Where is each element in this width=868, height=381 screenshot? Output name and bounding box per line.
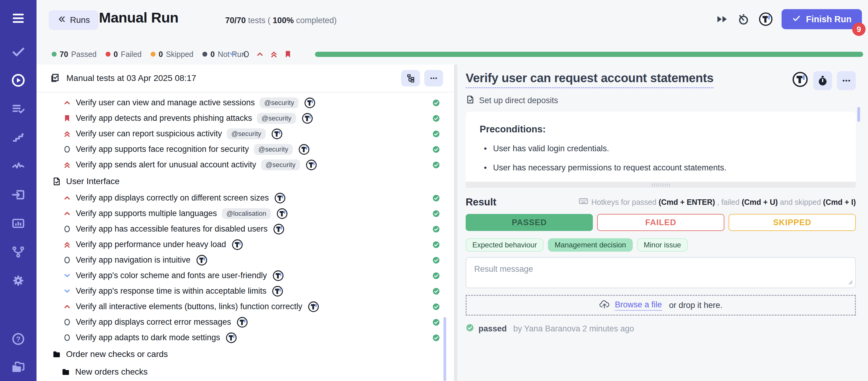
test-row[interactable]: Verify app navigation is intuitive xyxy=(36,252,454,268)
result-tag-minor-issue[interactable]: Minor issue xyxy=(637,238,688,252)
test-row[interactable]: Verify all interactive elements (buttons… xyxy=(36,299,454,314)
test-title[interactable]: Verify user can request account statemen… xyxy=(466,71,713,88)
verdict-failed-button[interactable]: FAILED xyxy=(597,214,724,231)
test-row-title: Verify app displays correctly on differe… xyxy=(76,193,269,203)
automation-logo-icon xyxy=(272,270,284,282)
timer-button[interactable] xyxy=(813,71,832,90)
tests-scrollbar[interactable] xyxy=(443,317,446,381)
automation-logo-icon xyxy=(276,208,288,219)
status-passed-icon xyxy=(432,241,440,249)
result-tag-expected-behaviour[interactable]: Expected behaviour xyxy=(466,238,544,252)
automation-logo-icon xyxy=(302,113,313,124)
verdict-passed-button[interactable]: PASSED xyxy=(466,214,593,231)
test-row[interactable]: Verify app detects and prevents phishing… xyxy=(36,110,454,126)
result-message-input[interactable] xyxy=(466,257,856,288)
stat-skipped: 0Skipped xyxy=(151,50,193,59)
cloud-upload-icon xyxy=(599,299,610,312)
test-row[interactable]: Verify app's response time is within acc… xyxy=(36,283,454,299)
test-row-title: Verify app sends alert for unusual accou… xyxy=(76,160,256,169)
menu-icon[interactable] xyxy=(11,11,26,26)
sidebar-item-plans[interactable] xyxy=(11,102,26,116)
test-row-title: Verify user can view and manage active s… xyxy=(76,98,255,107)
fast-forward-button[interactable] xyxy=(716,13,728,26)
preconditions-scrollbar[interactable] xyxy=(857,107,860,122)
test-row[interactable]: Verify app supports face recognition for… xyxy=(36,141,454,157)
sidebar-item-projects[interactable] xyxy=(11,360,26,374)
folder-icon xyxy=(61,367,70,376)
test-row[interactable]: Verify user can report suspicious activi… xyxy=(36,126,454,141)
test-row[interactable]: Verify app performance under heavy load xyxy=(36,237,454,252)
priority-low-icon xyxy=(62,272,71,280)
status-passed-icon xyxy=(432,287,440,295)
test-row-title: Verify app displays correct error messag… xyxy=(76,317,231,327)
doc-check-icon xyxy=(52,177,61,186)
sidebar-item-help[interactable]: ? xyxy=(11,332,26,346)
priority-high-icon xyxy=(62,194,71,202)
priority-filter-blocker-icon[interactable] xyxy=(284,50,292,58)
test-row[interactable]: Verify app displays correctly on differe… xyxy=(36,190,454,206)
verdict-skipped-button[interactable]: SKIPPED xyxy=(728,214,856,231)
browse-file-link[interactable]: Browse a file xyxy=(615,300,662,311)
priority-low-icon xyxy=(62,287,71,295)
test-tag: @security xyxy=(259,97,299,108)
priority-blocker-icon xyxy=(62,114,71,122)
priority-normal-icon xyxy=(62,225,71,233)
test-row[interactable]: Verify app has accessible features for d… xyxy=(36,221,454,237)
timer-button[interactable] xyxy=(737,13,750,26)
test-more-button[interactable] xyxy=(837,71,856,90)
automation-logo-icon xyxy=(304,97,316,108)
status-dot-icon xyxy=(105,52,111,57)
panel-divider[interactable] xyxy=(454,65,457,381)
double-chevron-left-icon xyxy=(57,14,66,26)
tests-panel-title: Manual tests at 03 Apr 2025 08:17 xyxy=(66,73,196,83)
priority-filter-low-icon[interactable] xyxy=(228,50,237,58)
verdict-buttons: PASSEDFAILEDSKIPPED xyxy=(466,214,856,231)
automation-logo-button[interactable] xyxy=(792,71,808,88)
priority-filter-normal-icon[interactable] xyxy=(242,50,250,58)
priority-critical-icon xyxy=(62,130,71,138)
tests-panel-header: Manual tests at 03 Apr 2025 08:17 xyxy=(36,65,454,93)
file-dropzone[interactable]: Browse a file or drop it here. xyxy=(466,295,856,316)
suite-row[interactable]: New orders checks xyxy=(36,363,454,381)
priority-filter-critical-icon[interactable] xyxy=(270,50,278,58)
sidebar-item-reports[interactable] xyxy=(11,216,26,231)
finish-run-button[interactable]: Finish Run 9 xyxy=(781,9,862,29)
sidebar-item-import[interactable] xyxy=(11,187,26,202)
status-dot-icon xyxy=(203,52,207,57)
parent-suite-link[interactable]: Set up direct deposits xyxy=(466,95,558,106)
status-passed-icon xyxy=(432,303,440,311)
sidebar-item-pulse[interactable] xyxy=(11,159,26,173)
automation-logo-button[interactable] xyxy=(758,12,773,27)
back-to-runs-button[interactable]: Runs xyxy=(49,10,98,30)
test-row[interactable]: Verify app displays correct error messag… xyxy=(36,314,454,330)
sidebar-item-runs[interactable] xyxy=(11,73,26,88)
passed-check-icon xyxy=(466,323,474,334)
priority-filter-high-icon[interactable] xyxy=(256,50,264,58)
result-tag-management-decision[interactable]: Management decision xyxy=(548,238,633,252)
test-row[interactable]: Verify app supports multiple languages@l… xyxy=(36,206,454,221)
suite-row[interactable]: User Interface xyxy=(36,172,454,190)
tree-view-button[interactable] xyxy=(401,70,420,87)
card-resize-handle[interactable] xyxy=(466,182,856,188)
test-row[interactable]: Verify app's color scheme and fonts are … xyxy=(36,268,454,283)
dropzone-hint: or drop it here. xyxy=(667,301,722,310)
precondition-item: User has valid login credentials. xyxy=(479,144,842,153)
status-dot-icon xyxy=(151,52,156,57)
sidebar-item-milestones[interactable] xyxy=(11,130,26,145)
status-passed-icon xyxy=(432,318,440,326)
sidebar-item-settings[interactable] xyxy=(11,273,26,288)
test-row-title: Verify app navigation is intuitive xyxy=(76,255,190,265)
test-tag: @security xyxy=(254,144,293,155)
panel-more-button[interactable] xyxy=(424,70,443,87)
priority-normal-icon xyxy=(62,256,71,264)
test-row[interactable]: Verify user can view and manage active s… xyxy=(36,95,454,110)
test-row-title: Verify app's response time is within acc… xyxy=(76,286,266,296)
sidebar-item-tests[interactable] xyxy=(11,44,26,59)
test-row[interactable]: Verify app adapts to dark mode settings xyxy=(36,330,454,345)
sidebar-item-workflows[interactable] xyxy=(11,245,26,259)
suite-row[interactable]: Order new checks or cards xyxy=(36,345,454,363)
svg-text:?: ? xyxy=(16,335,21,343)
priority-high-icon xyxy=(62,303,71,311)
test-row[interactable]: Verify app sends alert for unusual accou… xyxy=(36,157,454,172)
automation-logo-icon xyxy=(225,332,237,344)
